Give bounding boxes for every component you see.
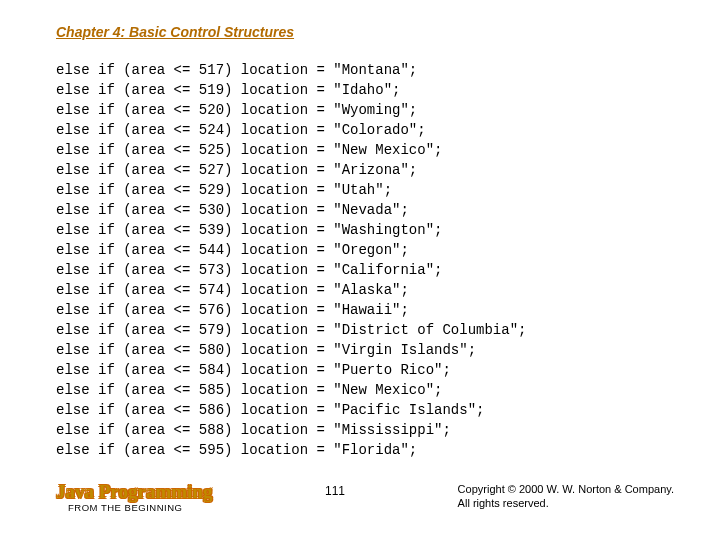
book-subtitle: FROM THE BEGINNING (68, 503, 212, 513)
page-number: 111 (325, 484, 345, 498)
code-block: else if (area <= 517) location = "Montan… (56, 60, 674, 460)
chapter-title: Chapter 4: Basic Control Structures (56, 24, 674, 40)
copyright-line-1: Copyright © 2000 W. W. Norton & Company. (458, 483, 674, 495)
book-title: Java Programming (56, 482, 212, 501)
book-title-block: Java Programming FROM THE BEGINNING (56, 482, 212, 513)
slide-page: Chapter 4: Basic Control Structures else… (0, 0, 720, 540)
copyright-line-2: All rights reserved. (458, 497, 549, 509)
footer: Java Programming FROM THE BEGINNING 111 … (56, 482, 674, 513)
copyright-block: Copyright © 2000 W. W. Norton & Company.… (458, 482, 674, 512)
